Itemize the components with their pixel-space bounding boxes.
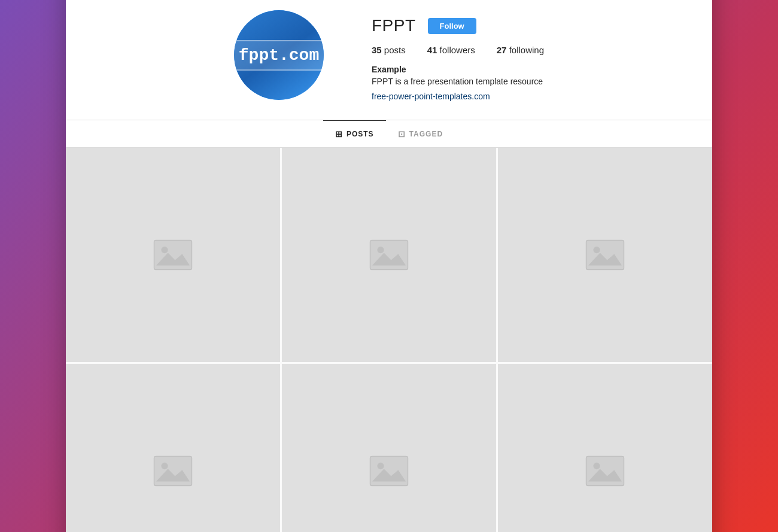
image-placeholder-3 [584, 237, 626, 273]
follow-button[interactable]: Follow [428, 18, 476, 34]
placeholder-icon-2 [368, 237, 410, 273]
image-placeholder-6 [584, 453, 626, 489]
grid-item-1[interactable] [66, 148, 280, 362]
posts-grid [66, 148, 712, 532]
grid-item-4[interactable] [66, 364, 280, 532]
placeholder-icon-6 [584, 453, 626, 489]
profile-bio-text: FPPT is a free presentation template res… [372, 77, 544, 86]
profile-username: FPPT [372, 16, 416, 35]
avatar-inner: fppt.com [234, 10, 324, 100]
svg-point-7 [377, 247, 384, 253]
svg-point-10 [593, 247, 600, 253]
followers-count: 41 [427, 45, 437, 55]
placeholder-icon-5 [368, 453, 410, 489]
tab-tagged[interactable]: ⊡ TAGGED [386, 120, 455, 147]
following-stat: 27 following [497, 45, 544, 55]
posts-stat: 35 posts [372, 45, 406, 55]
browser-window: Instagram 🔍 Log In Sign Up fppt.com FPPT… [66, 0, 712, 532]
svg-point-16 [377, 463, 384, 469]
posts-tab-icon: ⊞ [335, 129, 343, 139]
placeholder-icon-4 [152, 453, 194, 489]
grid-item-5[interactable] [282, 364, 496, 532]
image-placeholder-4 [152, 453, 194, 489]
posts-count: 35 [372, 45, 382, 55]
tab-tagged-label: TAGGED [409, 130, 443, 138]
profile-link[interactable]: free-power-point-templates.com [372, 92, 490, 101]
svg-point-19 [593, 463, 600, 469]
profile-stats: 35 posts 41 followers 27 following [372, 45, 544, 55]
image-placeholder-5 [368, 453, 410, 489]
grid-item-6[interactable] [498, 364, 712, 532]
grid-item-2[interactable] [282, 148, 496, 362]
profile-bio-name: Example [372, 65, 544, 74]
image-placeholder-2 [368, 237, 410, 273]
avatar: fppt.com [234, 10, 324, 100]
profile-top-row: FPPT Follow [372, 16, 544, 35]
tab-posts[interactable]: ⊞ POSTS [323, 120, 386, 147]
tab-posts-label: POSTS [347, 130, 374, 138]
svg-point-13 [161, 463, 168, 469]
profile-info: FPPT Follow 35 posts 41 followers 27 fol… [372, 10, 544, 102]
placeholder-icon-3 [584, 237, 626, 273]
avatar-text: fppt.com [234, 40, 324, 71]
posts-label: posts [384, 45, 406, 55]
profile-section: fppt.com FPPT Follow 35 posts 41 followe… [66, 0, 712, 120]
image-placeholder-1 [152, 237, 194, 273]
following-label: following [509, 45, 544, 55]
tabs-section: ⊞ POSTS ⊡ TAGGED [66, 120, 712, 148]
main-content: fppt.com FPPT Follow 35 posts 41 followe… [66, 0, 712, 532]
following-count: 27 [497, 45, 507, 55]
svg-point-4 [161, 247, 168, 253]
placeholder-icon-1 [152, 237, 194, 273]
followers-label: followers [440, 45, 475, 55]
grid-item-3[interactable] [498, 148, 712, 362]
tagged-tab-icon: ⊡ [398, 129, 406, 139]
followers-stat: 41 followers [427, 45, 475, 55]
